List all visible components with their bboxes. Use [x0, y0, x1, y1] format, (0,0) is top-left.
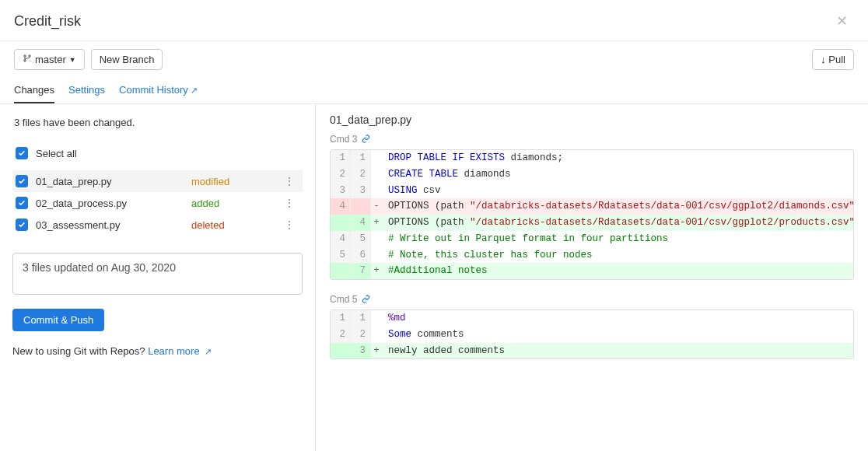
svg-point-2 — [29, 55, 31, 58]
diff-marker: + — [371, 215, 382, 231]
select-all-row: Select all — [12, 142, 303, 164]
diff-panel: 01_data_prep.py Cmd 3 11DROP TABLE IF EX… — [316, 104, 868, 451]
git-hint: New to using Git with Repos? Learn more … — [12, 345, 303, 357]
svg-point-0 — [24, 55, 26, 58]
file-checkbox[interactable] — [16, 219, 28, 231]
select-all-label: Select all — [36, 148, 191, 159]
file-row[interactable]: 01_data_prep.pymodified⋮ — [12, 170, 303, 192]
diff-marker: - — [371, 198, 382, 215]
modal-header: Credit_risk ✕ — [0, 0, 868, 41]
tab-settings[interactable]: Settings — [68, 79, 105, 103]
diff-line: 45# Write out in Parquet format in four … — [331, 231, 853, 247]
kebab-icon[interactable]: ⋮ — [279, 175, 299, 187]
file-checkbox[interactable] — [16, 197, 28, 209]
link-icon[interactable] — [362, 135, 370, 145]
file-name: 03_assessment.py — [36, 219, 191, 231]
diff-line: 33USING csv — [331, 183, 853, 199]
svg-point-1 — [24, 60, 26, 62]
diff-line: 11DROP TABLE IF EXISTS diamonds; — [331, 150, 853, 166]
line-number-new: 3 — [351, 343, 371, 359]
branch-selector[interactable]: master ▼ — [14, 49, 85, 70]
branch-icon — [23, 54, 32, 65]
branch-label: master — [35, 54, 66, 65]
code-text: USING csv — [382, 183, 853, 199]
diff-marker — [371, 247, 382, 264]
diff-marker: + — [371, 263, 382, 279]
diff-line: 4+OPTIONS (path "/databricks-datasets/Rd… — [331, 215, 853, 231]
line-number-new: 2 — [351, 166, 371, 183]
line-number-old: 2 — [331, 327, 351, 343]
line-number-old: 5 — [331, 247, 351, 264]
diff-line: 3+newly added comments — [331, 343, 853, 359]
cmd-label: Cmd 5 — [330, 294, 854, 305]
diff-line: 4-OPTIONS (path "/databricks-datasets/Rd… — [331, 198, 853, 215]
diff-line: 7+#Additional notes — [331, 263, 853, 279]
line-number-old: 1 — [331, 150, 351, 166]
code-text: %md — [382, 310, 853, 327]
line-number-old: 3 — [331, 183, 351, 199]
changes-panel: 3 files have been changed. Select all 01… — [0, 104, 316, 451]
file-name: 02_data_process.py — [36, 198, 191, 209]
code-text: # Note, this cluster has four nodes — [382, 247, 853, 264]
changes-summary: 3 files have been changed. — [12, 114, 303, 131]
line-number-new: 6 — [351, 247, 371, 264]
tab-history-label: Commit History — [119, 84, 188, 96]
diff-marker — [371, 166, 382, 183]
commit-message-input[interactable]: 3 files updated on Aug 30, 2020 — [12, 253, 303, 295]
code-text: OPTIONS (path "/databricks-datasets/Rdat… — [382, 198, 853, 215]
line-number-old: 1 — [331, 310, 351, 327]
file-row[interactable]: 03_assessment.pydeleted⋮ — [12, 214, 303, 236]
line-number-old — [331, 263, 351, 279]
line-number-new — [351, 198, 371, 215]
line-number-new: 2 — [351, 327, 371, 343]
external-link-icon: ↗ — [191, 86, 198, 95]
line-number-new: 5 — [351, 231, 371, 247]
line-number-old: 4 — [331, 231, 351, 247]
line-number-new: 7 — [351, 263, 371, 279]
diff-marker: + — [371, 343, 382, 359]
file-status: deleted — [191, 219, 279, 231]
tab-changes[interactable]: Changes — [14, 79, 54, 103]
diff-line: 22CREATE TABLE diamonds — [331, 166, 853, 183]
tabs: Changes Settings Commit History↗ — [0, 79, 868, 104]
diff-marker — [371, 327, 382, 343]
learn-more-link[interactable]: Learn more ↗ — [148, 345, 212, 357]
hint-text: New to using Git with Repos? — [12, 345, 145, 357]
file-row[interactable]: 02_data_process.pyadded⋮ — [12, 192, 303, 214]
file-checkbox[interactable] — [16, 175, 28, 187]
new-branch-button[interactable]: New Branch — [91, 49, 163, 70]
code-text: CREATE TABLE diamonds — [382, 166, 853, 183]
toolbar: master ▼ New Branch ↓ Pull — [0, 41, 868, 76]
link-icon[interactable] — [362, 295, 370, 305]
tab-commit-history[interactable]: Commit History↗ — [119, 79, 198, 103]
select-all-checkbox[interactable] — [16, 147, 28, 159]
diff-marker — [371, 183, 382, 199]
line-number-new: 1 — [351, 150, 371, 166]
file-status: modified — [191, 176, 279, 187]
diff-line: 11%md — [331, 310, 853, 327]
git-modal: Credit_risk ✕ master ▼ New Branch ↓ Pull… — [0, 0, 868, 451]
kebab-icon[interactable]: ⋮ — [279, 197, 299, 209]
kebab-icon[interactable]: ⋮ — [279, 219, 299, 231]
diff-block: 11%md22Some comments3+newly added commen… — [330, 309, 854, 359]
diff-marker — [371, 231, 382, 247]
commit-push-button[interactable]: Commit & Push — [12, 309, 104, 331]
diff-marker — [371, 150, 382, 166]
line-number-old: 4 — [331, 198, 351, 215]
code-text: # Write out in Parquet format in four pa… — [382, 231, 853, 247]
line-number-old — [331, 215, 351, 231]
pull-button[interactable]: ↓ Pull — [812, 49, 854, 70]
diff-block: 11DROP TABLE IF EXISTS diamonds;22CREATE… — [330, 149, 854, 280]
diff-line: 56# Note, this cluster has four nodes — [331, 247, 853, 264]
code-text: Some comments — [382, 327, 853, 343]
line-number-new: 4 — [351, 215, 371, 231]
chevron-down-icon: ▼ — [69, 56, 76, 64]
line-number-old: 2 — [331, 166, 351, 183]
code-text: DROP TABLE IF EXISTS diamonds; — [382, 150, 853, 166]
file-name: 01_data_prep.py — [36, 176, 191, 187]
line-number-new: 1 — [351, 310, 371, 327]
line-number-new: 3 — [351, 183, 371, 199]
line-number-old — [331, 343, 351, 359]
code-text: newly added comments — [382, 343, 853, 359]
close-icon[interactable]: ✕ — [830, 9, 854, 33]
